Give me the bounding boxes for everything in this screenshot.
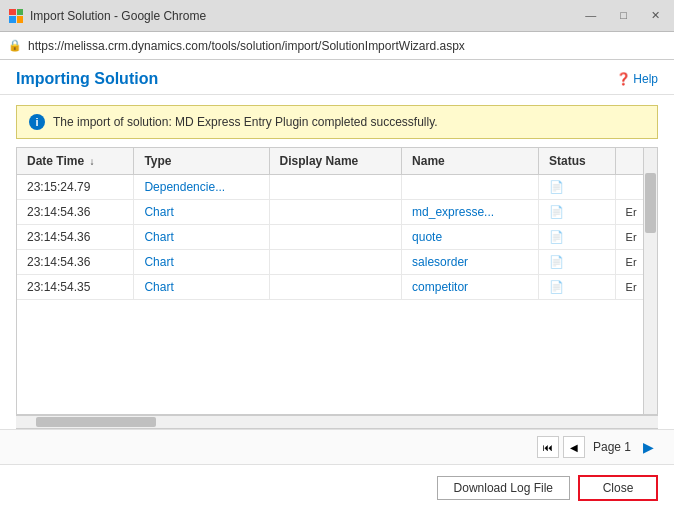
cell-name[interactable]: md_expresse... <box>402 200 539 225</box>
next-page-button[interactable]: ▶ <box>639 437 658 457</box>
first-page-button[interactable]: ⏮ <box>537 436 559 458</box>
cell-datetime: 23:14:54.36 <box>17 225 134 250</box>
footer-bar: Download Log File Close <box>0 464 674 511</box>
help-label: Help <box>633 72 658 86</box>
data-table: Date Time ↓ Type Display Name Name Statu… <box>17 148 657 300</box>
close-window-button[interactable]: ✕ <box>645 7 666 24</box>
cell-name[interactable]: competitor <box>402 275 539 300</box>
cell-type[interactable]: Chart <box>134 275 269 300</box>
cell-status[interactable]: 📄 <box>538 225 615 250</box>
table-header-row: Date Time ↓ Type Display Name Name Statu… <box>17 148 657 175</box>
cell-name[interactable] <box>402 175 539 200</box>
cell-status[interactable]: 📄 <box>538 175 615 200</box>
table-row: 23:15:24.79Dependencie...📄 <box>17 175 657 200</box>
download-log-button[interactable]: Download Log File <box>437 476 570 500</box>
col-display-name: Display Name <box>269 148 401 175</box>
close-button[interactable]: Close <box>578 475 658 501</box>
cell-datetime: 23:14:54.36 <box>17 250 134 275</box>
cell-type[interactable]: Chart <box>134 250 269 275</box>
cell-status[interactable]: 📄 <box>538 200 615 225</box>
scrollbar-thumb[interactable] <box>645 173 656 233</box>
cell-status[interactable]: 📄 <box>538 250 615 275</box>
success-banner: i The import of solution: MD Express Ent… <box>16 105 658 139</box>
cell-display-name <box>269 250 401 275</box>
cell-display-name <box>269 275 401 300</box>
cell-datetime: 23:14:54.36 <box>17 200 134 225</box>
cell-status[interactable]: 📄 <box>538 275 615 300</box>
page-title: Importing Solution <box>16 70 158 88</box>
browser-controls: — □ ✕ <box>579 7 666 24</box>
page-label: Page 1 <box>593 440 631 454</box>
minimize-button[interactable]: — <box>579 7 602 24</box>
page-header: Importing Solution ❓ Help <box>0 60 674 95</box>
cell-type[interactable]: Chart <box>134 200 269 225</box>
cell-name[interactable]: quote <box>402 225 539 250</box>
help-icon: ❓ <box>616 72 631 86</box>
cell-display-name <box>269 175 401 200</box>
table-row: 23:14:54.36Chartsalesorder📄Er <box>17 250 657 275</box>
cell-display-name <box>269 225 401 250</box>
info-icon: i <box>29 114 45 130</box>
col-status: Status <box>538 148 615 175</box>
lock-icon: 🔒 <box>8 39 22 52</box>
maximize-button[interactable]: □ <box>614 7 633 24</box>
sort-arrow[interactable]: ↓ <box>89 156 94 167</box>
browser-addressbar: 🔒 https://melissa.crm.dynamics.com/tools… <box>0 32 674 60</box>
help-link[interactable]: ❓ Help <box>616 72 658 86</box>
table-row: 23:14:54.36Chartmd_expresse...📄Er <box>17 200 657 225</box>
table-row: 23:14:54.36Chartquote📄Er <box>17 225 657 250</box>
browser-tab-title: Import Solution - Google Chrome <box>30 9 579 23</box>
banner-message: The import of solution: MD Express Entry… <box>53 115 438 129</box>
cell-type[interactable]: Chart <box>134 225 269 250</box>
address-bar[interactable]: https://melissa.crm.dynamics.com/tools/s… <box>28 39 666 53</box>
table-container: Date Time ↓ Type Display Name Name Statu… <box>16 147 658 415</box>
browser-favicon <box>8 8 24 24</box>
cell-type[interactable]: Dependencie... <box>134 175 269 200</box>
pagination-bar: ⏮ ◀ Page 1 ▶ <box>0 429 674 464</box>
col-name: Name <box>402 148 539 175</box>
browser-titlebar: Import Solution - Google Chrome — □ ✕ <box>0 0 674 32</box>
col-datetime: Date Time ↓ <box>17 148 134 175</box>
col-type: Type <box>134 148 269 175</box>
cell-name[interactable]: salesorder <box>402 250 539 275</box>
cell-display-name <box>269 200 401 225</box>
vertical-scrollbar[interactable] <box>643 148 657 414</box>
horizontal-scrollbar[interactable] <box>16 415 658 429</box>
table-row: 23:14:54.35Chartcompetitor📄Er <box>17 275 657 300</box>
page-wrapper: Importing Solution ❓ Help i The import o… <box>0 60 674 511</box>
prev-page-button[interactable]: ◀ <box>563 436 585 458</box>
cell-datetime: 23:15:24.79 <box>17 175 134 200</box>
cell-datetime: 23:14:54.35 <box>17 275 134 300</box>
horiz-scrollbar-thumb[interactable] <box>36 417 156 427</box>
